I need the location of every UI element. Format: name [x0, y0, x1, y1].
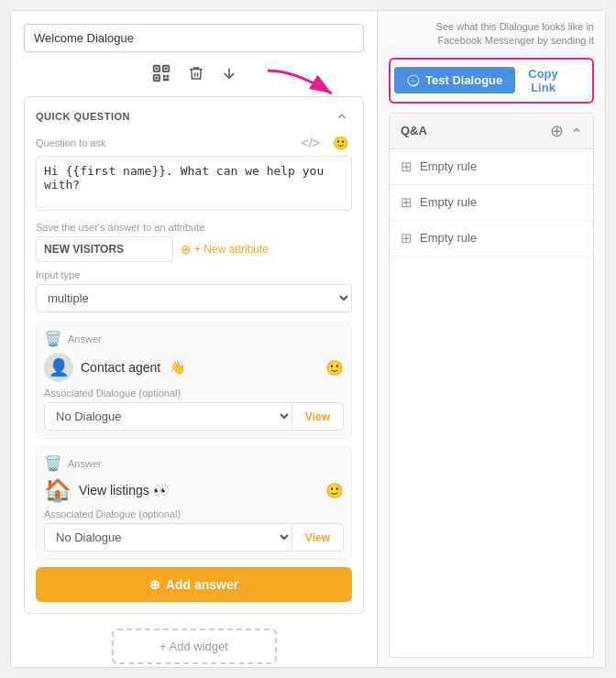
add-widget-btn[interactable]: + Add widget: [112, 629, 277, 664]
test-dialogue-row: Test Dialogue Copy Link: [389, 58, 594, 104]
answer-1-text: Contact agent 👋: [81, 360, 318, 375]
qa-add-btn[interactable]: ⊕: [550, 121, 564, 141]
new-attr-link[interactable]: ⊕ + New attribute: [181, 242, 269, 257]
answer-2-text: View listings 👀: [79, 483, 318, 498]
svg-rect-10: [162, 79, 168, 82]
assoc-1-label: Associated Dialogue (optional): [44, 388, 344, 399]
quick-question-label: QUICK QUESTION: [36, 111, 130, 122]
qa-header: Q&A ⊕: [390, 114, 593, 149]
copy-link-btn[interactable]: Copy Link: [522, 63, 564, 98]
add-answer-label: Add answer: [166, 577, 238, 592]
assoc-1-select[interactable]: No Dialogue: [45, 403, 292, 430]
empty-rule-1-label: Empty rule: [420, 159, 477, 173]
qa-section: Q&A ⊕ ⊞ Empty rule ⊞ Empty rule: [389, 113, 594, 658]
test-dialogue-btn[interactable]: Test Dialogue: [394, 67, 515, 93]
view-1-btn[interactable]: View: [292, 405, 343, 429]
save-attr-label: Save the user's answer to an attribute: [36, 222, 352, 233]
attr-input[interactable]: NEW VISITORS: [36, 236, 173, 262]
svg-rect-8: [162, 75, 165, 78]
add-widget-label: + Add widget: [160, 640, 228, 653]
empty-rule-3-label: Empty rule: [420, 231, 477, 245]
test-btn-label: Test Dialogue: [425, 73, 502, 87]
dialogue-title-input[interactable]: Welcome Dialogue: [24, 24, 364, 52]
svg-rect-4: [155, 68, 158, 71]
left-panel: Welcome Dialogue: [11, 11, 378, 667]
question-textarea[interactable]: Hi {{first name}}. What can we help you …: [36, 156, 352, 211]
rule-icon-3: ⊞: [401, 230, 412, 246]
qr-code-icon-btn[interactable]: [148, 61, 175, 85]
answer-2-avatar: 🏠: [44, 477, 72, 503]
qa-collapse-btn[interactable]: [571, 124, 582, 138]
answer-block-2: 🗑️ Answer 🏠 View listings 👀 🙂 Associated…: [36, 446, 352, 560]
empty-rule-2-label: Empty rule: [420, 195, 477, 209]
delete-icon-btn[interactable]: [184, 61, 208, 85]
svg-rect-9: [166, 75, 169, 78]
answer-1-label: Answer: [68, 334, 102, 344]
qq-collapse-btn[interactable]: [332, 108, 352, 125]
empty-rule-1[interactable]: ⊞ Empty rule: [390, 149, 593, 185]
input-type-label: Input type: [36, 269, 352, 280]
add-answer-btn[interactable]: ⊕ Add answer: [36, 567, 352, 602]
delete-answer-1-btn[interactable]: 🗑️: [44, 330, 62, 347]
assoc-2-label: Associated Dialogue (optional): [44, 508, 344, 519]
right-panel: See what this Dialogue looks like in Fac…: [378, 11, 605, 667]
empty-rule-3[interactable]: ⊞ Empty rule: [390, 221, 593, 257]
emoji-icon-btn[interactable]: 🙂: [329, 134, 352, 152]
svg-rect-5: [164, 68, 167, 71]
code-icon-btn[interactable]: </>: [298, 134, 324, 152]
qa-title: Q&A: [401, 124, 427, 137]
new-attr-label: + New attribute: [194, 243, 269, 256]
input-type-select[interactable]: multiple: [36, 284, 352, 312]
quick-question-block: QUICK QUESTION Question to ask </> 🙂 Hi …: [24, 96, 364, 614]
rule-icon-2: ⊞: [401, 194, 412, 211]
rule-icon-1: ⊞: [401, 159, 412, 175]
question-label-text: Question to ask: [36, 137, 105, 148]
answer-block-1: 🗑️ Answer 👤 Contact agent 👋 🙂 Associated…: [36, 322, 352, 439]
svg-rect-6: [155, 77, 158, 80]
answer-2-label: Answer: [68, 458, 102, 469]
empty-rule-2[interactable]: ⊞ Empty rule: [390, 185, 593, 221]
answer-2-emoji-picker[interactable]: 🙂: [325, 482, 344, 499]
add-icon: ⊕: [149, 577, 160, 592]
answer-1-avatar: 👤: [44, 353, 73, 382]
move-icon-btn[interactable]: [217, 61, 241, 85]
assoc-2-select[interactable]: No Dialogue: [45, 524, 292, 551]
answer-1-emoji-picker[interactable]: 🙂: [325, 359, 344, 377]
view-2-btn[interactable]: View: [292, 526, 343, 550]
copy-link-label: Copy Link: [528, 67, 558, 94]
delete-answer-2-btn[interactable]: 🗑️: [44, 454, 62, 472]
messenger-icon: [407, 74, 420, 87]
right-description: See what this Dialogue looks like in Fac…: [389, 20, 594, 49]
